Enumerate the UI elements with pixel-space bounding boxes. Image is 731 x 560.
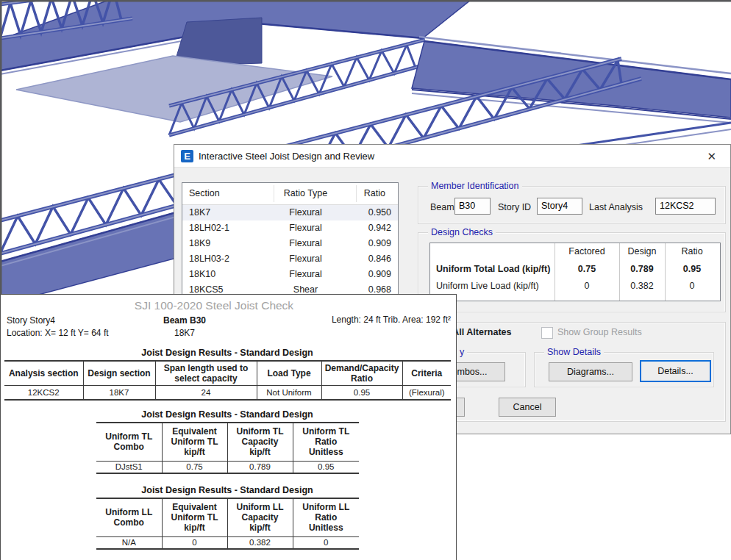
t1-h-load-type: Load Type [257, 361, 321, 386]
viewport-border-top [0, 0, 731, 2]
t2-h-equiv-tl: Equivalent Uniform TL kip/ft [162, 423, 227, 461]
show-details-label: Show Details [544, 347, 604, 357]
t1-h-criteria: Criteria [402, 361, 451, 386]
cancel-button[interactable]: Cancel [499, 398, 556, 417]
last-analysis-field[interactable]: 12KCS2 [655, 198, 716, 215]
table1-title: Joist Design Results - Standard Design [1, 348, 454, 358]
t1-h-dc-ratio: Demand/Capacity Ratio [321, 361, 402, 386]
diagrams-button[interactable]: Diagrams... [549, 362, 632, 381]
t1-data-row: 12KCS2 18K7 24 Not Uniform 0.95 (Flexura… [4, 386, 451, 400]
t3-h-ll-capacity: Uniform LL Capacity kip/ft [227, 498, 293, 536]
report-title: SJI 100-2020 Steel Joist Check [1, 299, 427, 312]
left-options-group-label: y [457, 347, 467, 357]
section-row-18K9[interactable]: 18K9 Flexural 0.909 [182, 236, 398, 251]
dc-col-design: Design [619, 246, 665, 256]
t2-data-row: DJstS1 0.75 0.789 0.95 [96, 461, 359, 473]
col-ratio: Ratio [329, 188, 385, 198]
t3-h-equiv-tl: Equivalent Uniform TL kip/ft [162, 498, 227, 536]
t1-h-design-section: Design section [83, 361, 155, 386]
t3-data-row: N/A 0 0.382 0 [96, 536, 359, 549]
t1-h-analysis-section: Analysis section [4, 361, 83, 386]
col-section: Section [189, 188, 220, 198]
section-list-header: Section Ratio Type Ratio [182, 183, 398, 205]
section-row-18K7[interactable]: 18K7 Flexural 0.950 [182, 205, 398, 220]
report-length-area: Length: 24 ft Trib. Area: 192 ft² [243, 315, 451, 325]
section-row-18K10[interactable]: 18K10 Flexural 0.909 [182, 267, 398, 282]
t3-h-ll-ratio: Uniform LL Ratio Unitless [293, 498, 359, 536]
etabs-app-icon: E [181, 150, 193, 162]
joist-design-results-table-1: Analysis section Design section Span len… [4, 360, 451, 401]
uniform-total-load-row: Uniform Total Load (kip/ft) 0.75 0.789 0… [430, 264, 720, 280]
uniform-live-load-row: Uniform Live Load (kip/ft) 0 0.382 0 [430, 281, 720, 297]
design-checks-table: Factored Design Ratio Uniform Total Load… [429, 243, 721, 301]
member-identification-label: Member Identification [428, 181, 522, 191]
t2-h-tl-ratio: Uniform TL Ratio Unitless [293, 423, 359, 461]
section-row-18LH03-2[interactable]: 18LH03-2 Flexural 0.846 [182, 251, 398, 267]
close-icon[interactable]: ✕ [703, 148, 720, 165]
last-analysis-label: Last Analysis [589, 202, 643, 212]
design-checks-label: Design Checks [428, 227, 496, 237]
table2-title: Joist Design Results - Standard Design [1, 409, 454, 420]
t1-h-span-length: Span length used to select capacity [155, 361, 257, 386]
design-checks-header-row: Factored Design Ratio [430, 246, 720, 262]
section-row-18LH02-1[interactable]: 18LH02-1 Flexural 0.942 [182, 220, 398, 236]
show-group-results-checkbox[interactable] [541, 327, 553, 339]
t2-h-tl-capacity: Uniform TL Capacity kip/ft [227, 423, 293, 461]
report-section: 18K7 [1, 328, 368, 338]
dialog-titlebar: E Interactive Steel Joist Design and Rev… [174, 145, 730, 168]
dialog-title: Interactive Steel Joist Design and Revie… [199, 151, 374, 162]
show-group-results-label: Show Group Results [557, 327, 642, 337]
story-id-field[interactable]: Story4 [537, 198, 582, 215]
joist-design-results-table-2: Uniform TL Combo Equivalent Uniform TL k… [96, 422, 359, 474]
screen: { "theme": { "slab_blue": "#6873b5", "sl… [0, 0, 731, 560]
t2-h-tl-combo: Uniform TL Combo [96, 423, 162, 461]
t3-h-ll-combo: Uniform LL Combo [96, 498, 162, 536]
viewport-border-left [0, 0, 2, 301]
dc-col-ratio: Ratio [665, 246, 719, 256]
dc-col-factored: Factored [555, 246, 619, 256]
joist-design-results-table-3: Uniform LL Combo Equivalent Uniform TL k… [96, 498, 359, 550]
beam-label: Beam [430, 202, 454, 212]
details-button[interactable]: Details... [640, 360, 711, 382]
beam-field[interactable]: B30 [454, 198, 491, 215]
table3-title: Joist Design Results - Standard Design [1, 485, 454, 495]
sji-joist-check-report: SJI 100-2020 Steel Joist Check Story Sto… [0, 294, 457, 560]
story-id-label: Story ID [498, 202, 531, 212]
